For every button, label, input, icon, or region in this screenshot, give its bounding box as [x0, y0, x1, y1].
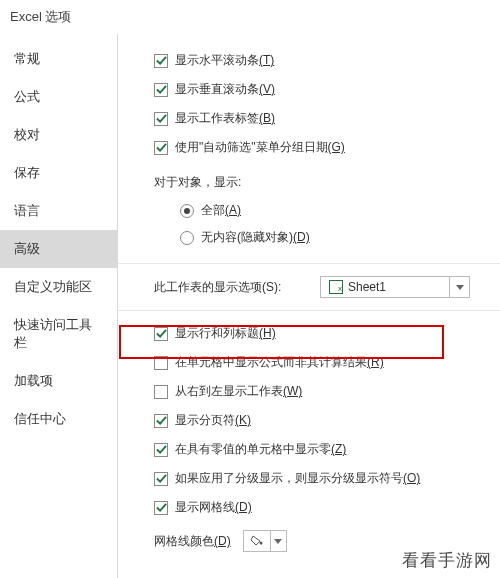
watermark: 看看手游网: [402, 549, 492, 572]
sheettabs-checkbox-row[interactable]: 显示工作表标签(B): [154, 104, 490, 133]
objects-all-label: 全部(A): [201, 202, 241, 219]
checkbox-icon: [154, 83, 168, 97]
gridline-color-picker[interactable]: [243, 530, 287, 552]
sidebar-item-addins[interactable]: 加载项: [0, 362, 117, 400]
sidebar-item-advanced[interactable]: 高级: [0, 230, 117, 268]
worksheet-combo[interactable]: x Sheet1: [320, 276, 470, 298]
sheettabs-label: 显示工作表标签(B): [175, 110, 275, 127]
radio-icon: [180, 231, 194, 245]
checkbox-icon: [154, 54, 168, 68]
outline-symbols-label: 如果应用了分级显示，则显示分级显示符号(O): [175, 470, 420, 487]
dialog-title: Excel 选项: [0, 0, 500, 34]
sidebar-item-customize-ribbon[interactable]: 自定义功能区: [0, 268, 117, 306]
checkbox-icon: [154, 472, 168, 486]
vscroll-checkbox-row[interactable]: 显示垂直滚动条(V): [154, 75, 490, 104]
autofilter-group-checkbox-row[interactable]: 使用"自动筛选"菜单分组日期(G): [154, 133, 490, 162]
checkbox-icon: [154, 356, 168, 370]
objects-none-label: 无内容(隐藏对象)(D): [201, 229, 310, 246]
worksheet-display-title: 此工作表的显示选项(S):: [154, 279, 281, 296]
checkbox-icon: [154, 501, 168, 515]
fill-bucket-icon: [244, 531, 270, 551]
sidebar-item-trust-center[interactable]: 信任中心: [0, 400, 117, 438]
hscroll-checkbox-row[interactable]: 显示水平滚动条(T): [154, 46, 490, 75]
excel-sheet-icon: x: [329, 280, 343, 294]
sidebar-item-general[interactable]: 常规: [0, 40, 117, 78]
checkbox-icon: [154, 443, 168, 457]
objects-label: 对于对象，显示:: [118, 164, 500, 195]
sidebar-item-save[interactable]: 保存: [0, 154, 117, 192]
show-formulas-label: 在单元格中显示公式而非其计算结果(R): [175, 354, 384, 371]
gridlines-label: 显示网格线(D): [175, 499, 252, 516]
autofilter-group-label: 使用"自动筛选"菜单分组日期(G): [175, 139, 345, 156]
rtl-checkbox[interactable]: 从右到左显示工作表(W): [154, 377, 490, 406]
checkbox-icon: [154, 112, 168, 126]
show-zero-label: 在具有零值的单元格中显示零(Z): [175, 441, 346, 458]
checkbox-icon: [154, 385, 168, 399]
rtl-label: 从右到左显示工作表(W): [175, 383, 302, 400]
sidebar-item-proofing[interactable]: 校对: [0, 116, 117, 154]
chevron-down-icon[interactable]: [270, 531, 286, 551]
checkbox-icon: [154, 141, 168, 155]
chevron-down-icon[interactable]: [449, 277, 469, 297]
gridlines-checkbox[interactable]: 显示网格线(D): [154, 493, 490, 522]
page-breaks-checkbox[interactable]: 显示分页符(K): [154, 406, 490, 435]
svg-point-0: [259, 542, 262, 545]
worksheet-display-section: 此工作表的显示选项(S): x Sheet1: [118, 263, 500, 311]
row-col-headers-label: 显示行和列标题(H): [175, 325, 276, 342]
outline-symbols-checkbox[interactable]: 如果应用了分级显示，则显示分级显示符号(O): [154, 464, 490, 493]
objects-all-radio[interactable]: 全部(A): [180, 197, 500, 224]
page-breaks-label: 显示分页符(K): [175, 412, 251, 429]
sidebar-item-formulas[interactable]: 公式: [0, 78, 117, 116]
sidebar-item-language[interactable]: 语言: [0, 192, 117, 230]
show-formulas-checkbox[interactable]: 在单元格中显示公式而非其计算结果(R): [154, 348, 490, 377]
radio-icon: [180, 204, 194, 218]
worksheet-combo-value: Sheet1: [348, 280, 386, 294]
sidebar-item-qat[interactable]: 快速访问工具栏: [0, 306, 117, 362]
objects-none-radio[interactable]: 无内容(隐藏对象)(D): [180, 224, 500, 251]
gridline-color-label: 网格线颜色(D): [154, 533, 231, 550]
checkbox-icon: [154, 327, 168, 341]
row-col-headers-checkbox[interactable]: 显示行和列标题(H): [154, 319, 490, 348]
checkbox-icon: [154, 414, 168, 428]
hscroll-label: 显示水平滚动条(T): [175, 52, 274, 69]
sidebar: 常规 公式 校对 保存 语言 高级 自定义功能区 快速访问工具栏 加载项 信任中…: [0, 34, 118, 578]
content-panel: 显示水平滚动条(T) 显示垂直滚动条(V) 显示工作表标签(B) 使用"自动筛选…: [118, 34, 500, 578]
show-zero-checkbox[interactable]: 在具有零值的单元格中显示零(Z): [154, 435, 490, 464]
vscroll-label: 显示垂直滚动条(V): [175, 81, 275, 98]
